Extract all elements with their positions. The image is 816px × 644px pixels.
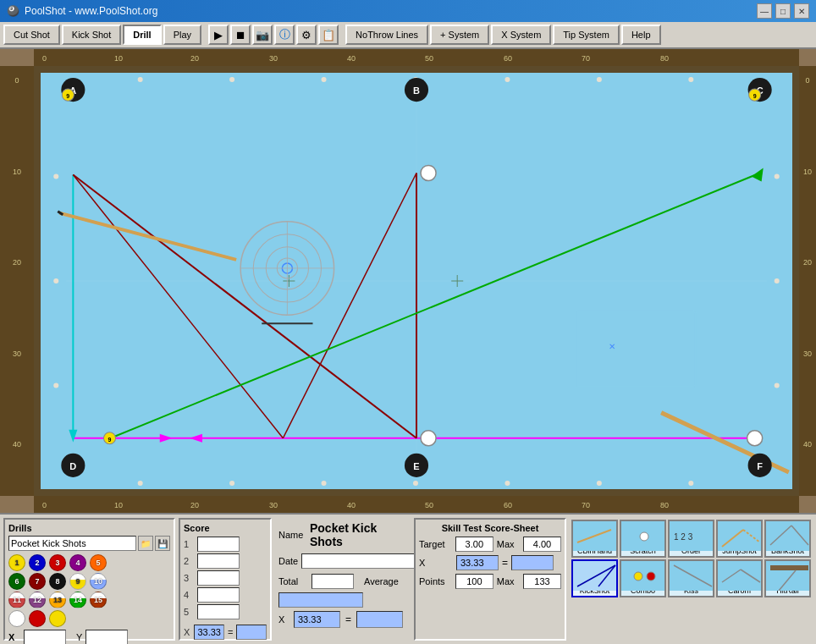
pool-table[interactable]: ✕: [34, 66, 799, 496]
svg-point-28: [138, 77, 143, 82]
svg-text:80: 80: [660, 501, 669, 509]
y-input[interactable]: [85, 630, 128, 644]
tip-system-button[interactable]: Tip System: [553, 25, 620, 45]
x-system-button[interactable]: X System: [491, 25, 551, 45]
svg-text:0: 0: [42, 54, 47, 63]
score-input-3[interactable]: [197, 570, 240, 586]
score-input-4[interactable]: [197, 587, 240, 603]
shot-order[interactable]: 1 2 3 Order: [668, 520, 714, 558]
ball-11[interactable]: 11: [8, 592, 25, 608]
average-input[interactable]: [278, 592, 363, 608]
svg-text:30: 30: [269, 54, 278, 63]
score-row-5: 5: [184, 603, 267, 620]
svg-point-47: [775, 383, 780, 388]
svg-rect-114: [621, 561, 666, 591]
ball-7[interactable]: 7: [29, 573, 46, 590]
play-icon-button[interactable]: ▶: [208, 25, 229, 45]
max-input[interactable]: [523, 537, 561, 552]
maximize-button[interactable]: □: [775, 3, 791, 19]
score-input-5[interactable]: [197, 604, 240, 619]
settings-icon-button[interactable]: ⚙: [296, 25, 317, 45]
drill-button[interactable]: Drill: [123, 25, 161, 45]
svg-point-44: [53, 383, 58, 388]
svg-text:9: 9: [108, 437, 112, 443]
final-result: [356, 611, 403, 628]
ball-6[interactable]: 6: [8, 573, 25, 590]
ball-8[interactable]: 8: [49, 573, 66, 590]
ball-4[interactable]: 4: [69, 554, 86, 571]
svg-point-40: [597, 481, 602, 486]
ball-yellow[interactable]: [49, 610, 66, 627]
x-result-value: 33.33: [294, 611, 340, 628]
total-input[interactable]: [312, 574, 354, 589]
shot-scratch[interactable]: Scratch: [620, 520, 666, 558]
table-container[interactable]: 0 10 20 30 40 50 60 70 80 0 10 20 30 40: [0, 49, 816, 513]
ball-9[interactable]: 9: [69, 573, 86, 590]
ball-14[interactable]: 14: [69, 592, 86, 608]
ball-3[interactable]: 3: [49, 554, 66, 571]
help-button[interactable]: Help: [621, 25, 661, 45]
svg-point-30: [322, 77, 327, 82]
svg-line-66: [59, 213, 236, 260]
svg-point-35: [138, 481, 143, 486]
info-icon-button[interactable]: ⓘ: [274, 25, 295, 45]
points-label: Points: [419, 576, 452, 586]
shot-kickshot[interactable]: KickShot: [571, 559, 618, 597]
shot-cbinhand[interactable]: CBinHand: [571, 520, 618, 558]
svg-text:✕: ✕: [609, 342, 615, 351]
svg-point-115: [634, 572, 642, 581]
svg-line-64: [111, 173, 760, 438]
close-button[interactable]: ✕: [794, 3, 809, 19]
play-button[interactable]: Play: [163, 25, 201, 45]
export-icon-button[interactable]: 📋: [318, 25, 339, 45]
drills-name-input[interactable]: [8, 536, 136, 551]
svg-point-29: [229, 77, 234, 82]
shot-bankshot[interactable]: BankShot: [764, 520, 811, 558]
ball-red[interactable]: [29, 610, 46, 627]
score-equals: =: [228, 627, 233, 637]
ball-15[interactable]: 15: [90, 592, 107, 608]
stop-icon-button[interactable]: ⏹: [230, 25, 251, 45]
ball-1[interactable]: 1: [8, 554, 25, 571]
ball-12[interactable]: 12: [29, 592, 46, 608]
minimize-button[interactable]: —: [757, 3, 772, 19]
table-overlay: ✕: [41, 73, 792, 489]
score-input-1[interactable]: [197, 537, 240, 552]
svg-text:F: F: [757, 461, 763, 471]
ball-10[interactable]: 10: [90, 573, 107, 590]
target-input[interactable]: [455, 537, 493, 552]
shot-jumpshot[interactable]: JumpShot: [716, 520, 763, 558]
points-input[interactable]: [455, 574, 493, 589]
svg-text:40: 40: [347, 501, 356, 509]
plus-system-button[interactable]: + System: [430, 25, 489, 45]
score-equals-result: [236, 625, 267, 640]
date-input[interactable]: [301, 553, 420, 569]
camera-icon-button[interactable]: 📷: [252, 25, 273, 45]
skill-title: Skill Test Score-Sheet: [419, 523, 561, 533]
ball-13[interactable]: 13: [49, 592, 66, 608]
score-input-2[interactable]: [197, 553, 240, 569]
drills-save-btn[interactable]: 💾: [155, 536, 170, 551]
average-label: Average: [364, 576, 399, 586]
score-row-2: 2: [184, 553, 267, 570]
ball-5[interactable]: 5: [90, 554, 107, 571]
no-throw-button[interactable]: NoThrow Lines: [345, 25, 428, 45]
shot-kiss[interactable]: Kiss: [668, 559, 714, 597]
cut-shot-button[interactable]: Cut Shot: [3, 25, 60, 45]
ball-cue[interactable]: [8, 610, 25, 627]
shot-combo[interactable]: Combo: [620, 559, 666, 597]
kick-shot-button[interactable]: Kick Shot: [62, 25, 121, 45]
score-num-3: 3: [184, 573, 194, 583]
x-input[interactable]: [24, 630, 66, 644]
drills-open-btn[interactable]: 📁: [138, 536, 153, 551]
shot-carom[interactable]: Carom: [716, 559, 763, 597]
ball-2[interactable]: 2: [29, 554, 46, 571]
svg-text:70: 70: [582, 54, 590, 63]
svg-rect-54: [576, 311, 696, 387]
x-skill-value: 33.33: [456, 555, 499, 570]
svg-text:20: 20: [190, 54, 199, 63]
max2-input[interactable]: [523, 574, 561, 589]
score-title: Score: [184, 523, 267, 533]
shot-hitrail[interactable]: HitRail: [764, 559, 811, 597]
svg-text:20: 20: [13, 258, 21, 267]
